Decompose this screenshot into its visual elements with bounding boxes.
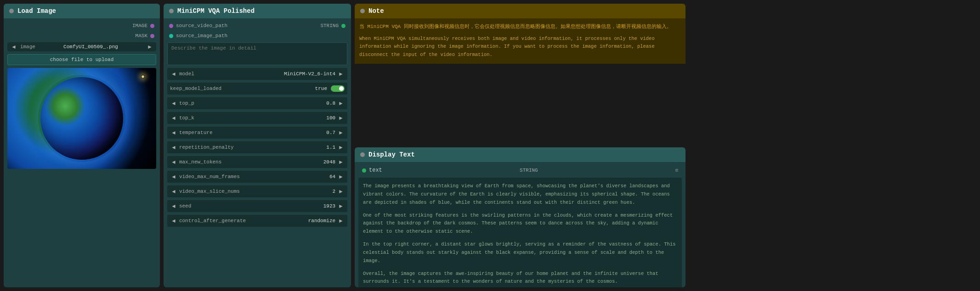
top-p-label: top_p bbox=[179, 101, 194, 106]
model-value: MiniCPM-V2_6-int4 bbox=[284, 71, 335, 77]
display-paragraph-4: Overall, the image captures the awe-insp… bbox=[363, 270, 677, 286]
rep-next-btn[interactable]: ► bbox=[337, 144, 345, 151]
text-label: text bbox=[369, 167, 382, 173]
load-image-status-dot bbox=[9, 9, 14, 13]
image-prev-button[interactable]: ◄ bbox=[10, 44, 17, 50]
max-tokens-prev-btn[interactable]: ◄ bbox=[170, 159, 177, 165]
right-panel: Note 当 MiniCPM VQA 同时接收到图像和视频信息时，它会仅处理视频… bbox=[355, 4, 976, 287]
string-output-dot[interactable] bbox=[341, 24, 346, 28]
minicpm-title: MiniCPM VQA Polished bbox=[177, 7, 255, 15]
source-image-label: source_image_path bbox=[176, 33, 227, 39]
top-k-value: 100 bbox=[326, 115, 335, 121]
image-selector: ◄ image ComfyUI_00509_.png ► bbox=[7, 42, 156, 51]
earth-sphere bbox=[40, 77, 123, 160]
source-image-row: source_image_path bbox=[167, 32, 347, 39]
param-top-p: ◄ top_p 0.8 ► bbox=[167, 97, 347, 109]
minicpm-node: MiniCPM VQA Polished source_video_path S… bbox=[164, 4, 351, 287]
image-filename: ComfyUI_00509_.png bbox=[38, 44, 143, 50]
source-image-dot[interactable] bbox=[169, 34, 173, 38]
temperature-label: temperature bbox=[179, 130, 213, 135]
rep-penalty-value: 1.1 bbox=[326, 145, 335, 150]
control-after-value: randomize bbox=[308, 218, 335, 224]
source-video-dot[interactable] bbox=[169, 24, 173, 28]
seed-label: seed bbox=[179, 203, 191, 209]
keep-model-value: true bbox=[315, 86, 327, 91]
model-label: model bbox=[179, 71, 194, 77]
note-text-cn: 当 MiniCPM VQA 同时接收到图像和视频信息时，它会仅处理视频信息而忽略… bbox=[359, 23, 681, 31]
toggle-knob bbox=[339, 86, 344, 91]
display-text-body: text STRING ⊞ The image presents a breat… bbox=[355, 162, 685, 287]
param-top-k: ◄ top_k 100 ► bbox=[167, 112, 347, 124]
note-body: 当 MiniCPM VQA 同时接收到图像和视频信息时，它会仅处理视频信息而忽略… bbox=[355, 18, 685, 64]
top-k-prev-btn[interactable]: ◄ bbox=[170, 115, 177, 121]
param-max-tokens: ◄ max_new_tokens 2048 ► bbox=[167, 156, 347, 168]
max-tokens-next-btn[interactable]: ► bbox=[337, 159, 345, 165]
vslice-prev-btn[interactable]: ◄ bbox=[170, 188, 177, 195]
rep-penalty-label: repetition_penalty bbox=[179, 145, 234, 150]
param-video-frames: ◄ video_max_num_frames 64 ► bbox=[167, 171, 347, 183]
param-control-after: ◄ control_after_generate randomize ► bbox=[167, 215, 347, 227]
video-frames-value: 64 bbox=[329, 174, 335, 179]
param-model: ◄ model MiniCPM-V2_6-int4 ► bbox=[167, 68, 347, 80]
control-prev-btn[interactable]: ◄ bbox=[170, 218, 177, 224]
note-status-dot bbox=[360, 9, 365, 13]
max-tokens-label: max_new_tokens bbox=[179, 159, 221, 165]
text-output-dot[interactable] bbox=[362, 168, 366, 173]
string-label: STRING bbox=[320, 23, 339, 28]
note-text-en: When MiniCPM VQA simultaneously receives… bbox=[359, 35, 681, 60]
star-glow bbox=[141, 75, 145, 78]
note-node: Note 当 MiniCPM VQA 同时接收到图像和视频信息时，它会仅处理视频… bbox=[355, 4, 685, 144]
load-image-header: Load Image bbox=[4, 4, 160, 18]
image-prefix-label: image bbox=[20, 44, 35, 50]
param-temperature: ◄ temperature 0.7 ► bbox=[167, 127, 347, 139]
top-p-value: 0.8 bbox=[326, 101, 335, 106]
display-paragraph-2: One of the most striking features is the… bbox=[363, 212, 677, 236]
keep-model-toggle[interactable] bbox=[331, 85, 345, 92]
note-title: Note bbox=[368, 7, 384, 15]
param-video-slices: ◄ video_max_slice_nums 2 ► bbox=[167, 185, 347, 197]
load-image-node: Load Image IMAGE MASK ◄ image ComfyUI_00… bbox=[4, 4, 160, 287]
earth-preview bbox=[7, 68, 156, 169]
seed-value: 1923 bbox=[323, 203, 335, 209]
video-slices-value: 2 bbox=[333, 189, 336, 194]
upload-button[interactable]: choose file to upload bbox=[7, 54, 156, 65]
source-video-label: source_video_path bbox=[176, 23, 227, 28]
param-rep-penalty: ◄ repetition_penalty 1.1 ► bbox=[167, 141, 347, 153]
video-slices-label: video_max_slice_nums bbox=[179, 189, 240, 194]
display-text-node: Display Text text STRING ⊞ The image pre… bbox=[355, 147, 685, 287]
seed-prev-btn[interactable]: ◄ bbox=[170, 203, 177, 209]
display-text-content: The image presents a breathtaking view o… bbox=[358, 178, 682, 287]
display-status-dot bbox=[360, 152, 365, 157]
note-header: Note bbox=[355, 4, 685, 18]
image-next-button[interactable]: ► bbox=[146, 44, 153, 50]
source-video-row: source_video_path STRING bbox=[167, 22, 347, 29]
image-label: IMAGE bbox=[132, 23, 147, 28]
model-prev-btn[interactable]: ◄ bbox=[170, 71, 177, 77]
video-frames-label: video_max_num_frames bbox=[179, 174, 240, 179]
top-k-label: top_k bbox=[179, 115, 194, 121]
max-tokens-value: 2048 bbox=[323, 159, 335, 165]
minicpm-header: MiniCPM VQA Polished bbox=[164, 4, 351, 18]
rep-prev-btn[interactable]: ◄ bbox=[170, 144, 177, 151]
seed-next-btn[interactable]: ► bbox=[337, 203, 345, 209]
temp-prev-btn[interactable]: ◄ bbox=[170, 129, 177, 136]
param-keep-model: keep_model_loaded true bbox=[167, 83, 347, 95]
top-p-prev-btn[interactable]: ◄ bbox=[170, 100, 177, 106]
control-next-btn[interactable]: ► bbox=[337, 218, 345, 224]
image-output-dot[interactable] bbox=[150, 24, 154, 28]
top-p-next-btn[interactable]: ► bbox=[337, 100, 345, 106]
vframes-prev-btn[interactable]: ◄ bbox=[170, 173, 177, 180]
temp-next-btn[interactable]: ► bbox=[337, 129, 345, 136]
display-text-header: Display Text bbox=[355, 147, 685, 162]
vframes-next-btn[interactable]: ► bbox=[337, 173, 345, 180]
display-string-label: STRING bbox=[520, 168, 538, 173]
grid-icon: ⊞ bbox=[675, 168, 678, 173]
vslice-next-btn[interactable]: ► bbox=[337, 188, 345, 195]
prompt-textarea[interactable] bbox=[167, 42, 347, 65]
model-next-btn[interactable]: ► bbox=[337, 71, 345, 77]
display-paragraph-1: The image presents a breathtaking view o… bbox=[363, 182, 677, 207]
control-after-label: control_after_generate bbox=[179, 218, 246, 224]
image-output-row: IMAGE bbox=[7, 22, 156, 29]
mask-output-dot[interactable] bbox=[150, 34, 154, 38]
top-k-next-btn[interactable]: ► bbox=[337, 115, 345, 121]
